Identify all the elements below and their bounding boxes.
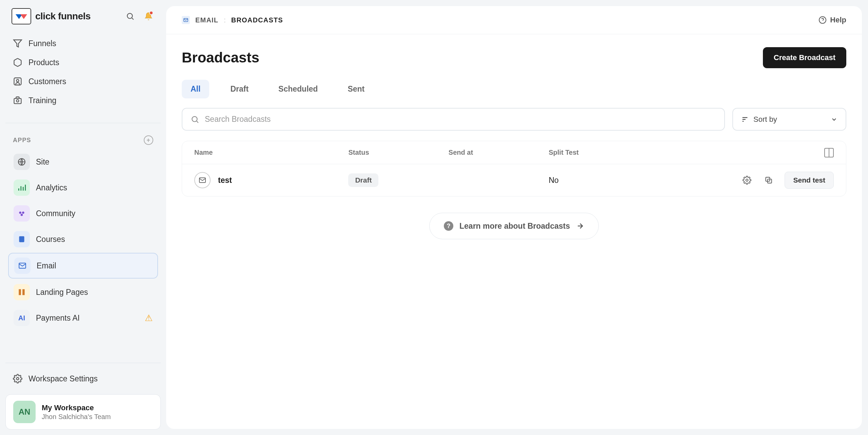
- landing-pages-icon: [14, 284, 30, 300]
- sidebar-header: click funnels: [5, 8, 161, 34]
- chevron-down-icon: [831, 116, 837, 123]
- row-copy-button[interactable]: [763, 174, 774, 186]
- app-community[interactable]: Community: [8, 201, 158, 226]
- help-icon: [818, 16, 827, 24]
- app-label: Community: [36, 209, 75, 218]
- columns-toggle-icon[interactable]: [824, 148, 834, 157]
- app-label: Payments AI: [36, 314, 80, 323]
- site-icon: [14, 154, 30, 170]
- workspace-card[interactable]: AN My Workspace Jhon Salchicha's Team: [5, 394, 161, 430]
- tab-draft[interactable]: Draft: [221, 80, 257, 98]
- svg-marker-2: [14, 40, 21, 47]
- app-analytics[interactable]: Analytics: [8, 175, 158, 200]
- svg-point-4: [17, 79, 19, 82]
- breadcrumb: EMAIL : BROADCASTS: [182, 16, 283, 24]
- tab-all[interactable]: All: [182, 80, 209, 98]
- status-badge: Draft: [348, 173, 378, 187]
- send-test-button[interactable]: Send test: [785, 172, 834, 189]
- col-split-test: Split Test: [549, 149, 664, 156]
- nav-label: Customers: [28, 77, 66, 86]
- primary-nav: Funnels Products Customers Training: [5, 34, 161, 110]
- workspace-team: Jhon Salchicha's Team: [42, 413, 111, 421]
- page-title: Broadcasts: [182, 50, 259, 66]
- analytics-icon: [14, 179, 30, 196]
- col-send-at: Send at: [449, 149, 549, 156]
- brand-logo[interactable]: click funnels: [12, 8, 91, 24]
- search-icon: [191, 115, 199, 124]
- tab-sent[interactable]: Sent: [339, 80, 373, 98]
- search-input[interactable]: [205, 115, 716, 124]
- box-icon: [13, 58, 22, 67]
- table-header: Name Status Send at Split Test: [182, 141, 846, 164]
- nav-customers[interactable]: Customers: [5, 72, 161, 91]
- nav-training[interactable]: Training: [5, 91, 161, 110]
- app-label: Landing Pages: [36, 288, 88, 297]
- app-email[interactable]: Email: [8, 253, 158, 279]
- app-label: Site: [36, 157, 50, 167]
- svg-point-6: [17, 100, 19, 102]
- app-label: Analytics: [36, 183, 67, 192]
- tab-scheduled[interactable]: Scheduled: [270, 80, 327, 98]
- app-label: Email: [37, 261, 56, 270]
- sidebar-footer: Workspace Settings AN My Workspace Jhon …: [5, 357, 161, 430]
- email-icon: [14, 258, 31, 274]
- nav-funnels[interactable]: Funnels: [5, 34, 161, 53]
- page-header: Broadcasts Create Broadcast: [182, 47, 846, 68]
- breadcrumb-current: BROADCASTS: [231, 16, 283, 24]
- add-app-button[interactable]: +: [144, 135, 153, 145]
- svg-point-25: [746, 179, 748, 182]
- nav-label: Training: [28, 96, 56, 105]
- app-site[interactable]: Site: [8, 150, 158, 174]
- row-settings-button[interactable]: [741, 174, 753, 186]
- training-icon: [13, 96, 22, 105]
- nav-label: Funnels: [28, 39, 56, 48]
- workspace-info: My Workspace Jhon Salchicha's Team: [42, 403, 111, 421]
- svg-line-1: [132, 18, 134, 20]
- topbar: EMAIL : BROADCASTS Help: [166, 6, 862, 34]
- app-landing-pages[interactable]: Landing Pages: [8, 280, 158, 304]
- brand-text: click funnels: [35, 11, 91, 22]
- app-label: Courses: [36, 235, 65, 244]
- arrow-right-icon: [576, 222, 584, 230]
- app-payments-ai[interactable]: AI Payments AI ⚠: [8, 306, 158, 330]
- help-label: Help: [830, 16, 846, 24]
- tabs: All Draft Scheduled Sent: [182, 80, 846, 98]
- workspace-avatar: AN: [13, 401, 36, 423]
- mail-icon: [194, 172, 211, 188]
- nav-products[interactable]: Products: [5, 53, 161, 72]
- svg-rect-14: [22, 289, 25, 295]
- search-box[interactable]: [182, 108, 725, 131]
- table-row[interactable]: test Draft No Send test: [182, 164, 846, 196]
- divider: [5, 363, 161, 363]
- content: Broadcasts Create Broadcast All Draft Sc…: [166, 34, 862, 252]
- row-name-cell: test: [194, 172, 348, 188]
- courses-icon: [14, 231, 30, 247]
- workspace-settings-label: Workspace Settings: [28, 374, 98, 383]
- learn-more-link[interactable]: ? Learn more about Broadcasts: [429, 213, 599, 239]
- sort-label: Sort by: [753, 115, 777, 124]
- notifications-icon[interactable]: [142, 10, 155, 22]
- row-actions: Send test: [664, 172, 834, 189]
- svg-point-19: [192, 116, 197, 121]
- create-broadcast-button[interactable]: Create Broadcast: [763, 47, 846, 68]
- breadcrumb-parent[interactable]: EMAIL: [195, 16, 218, 24]
- learn-more-label: Learn more about Broadcasts: [459, 222, 570, 231]
- breadcrumb-mail-icon: [182, 16, 190, 24]
- sort-icon: [741, 116, 749, 123]
- svg-line-20: [197, 121, 198, 123]
- payments-icon: AI: [14, 310, 30, 326]
- svg-point-8: [19, 212, 21, 214]
- warning-icon: ⚠: [145, 313, 153, 323]
- divider: [5, 123, 161, 123]
- workspace-settings-link[interactable]: Workspace Settings: [5, 369, 161, 388]
- search-icon[interactable]: [124, 10, 136, 22]
- help-link[interactable]: Help: [818, 16, 846, 24]
- col-name: Name: [194, 149, 348, 156]
- sort-dropdown[interactable]: Sort by: [732, 108, 846, 131]
- breadcrumb-separator: :: [224, 16, 226, 24]
- apps-section-header: APPS +: [5, 129, 161, 148]
- app-courses[interactable]: Courses: [8, 227, 158, 251]
- question-icon: ?: [444, 221, 453, 231]
- nav-label: Products: [28, 58, 59, 67]
- row-split-test-cell: No: [549, 176, 664, 185]
